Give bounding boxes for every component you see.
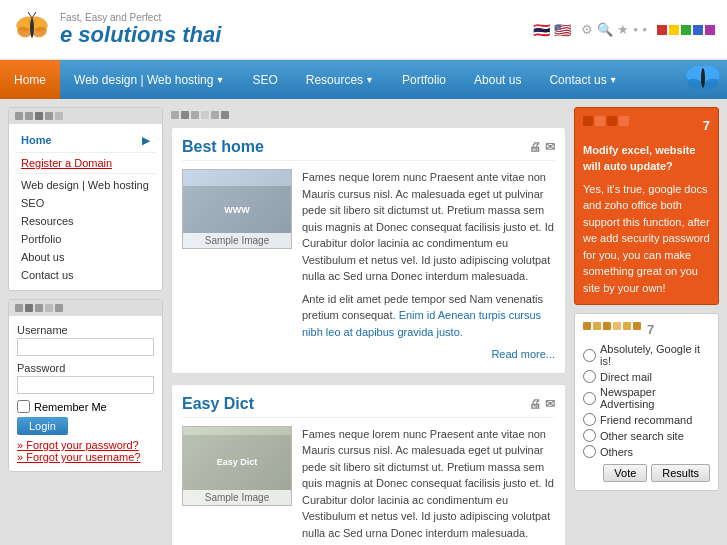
search-icon[interactable]: 🔍: [597, 22, 613, 37]
logo-area: Fast, Easy and Perfect e solutions thai: [12, 8, 221, 51]
color-sq-3: [681, 25, 691, 35]
menu-arrow-home: ▶: [142, 135, 150, 146]
sidebar-item-about[interactable]: About us: [15, 248, 156, 266]
deco-dot: [45, 304, 53, 312]
deco-dot: [25, 304, 33, 312]
deco-dot: [15, 304, 23, 312]
orange-dot-2: [595, 116, 605, 126]
poll-option-0: Absolutely, Google it is!: [583, 343, 710, 367]
nav-butterfly-icon: [683, 60, 727, 99]
nav-arrow-resources: ▼: [365, 75, 374, 85]
left-sidebar: Home ▶ Register a Domain Web design | We…: [8, 107, 163, 545]
flag-th[interactable]: 🇹🇭: [533, 22, 550, 38]
article-text-2: Fames neque lorem nunc Praesent ante vit…: [302, 426, 555, 546]
poll-deco-dot: [583, 322, 591, 330]
orange-dot-4: [619, 116, 629, 126]
remember-checkbox[interactable]: [17, 400, 30, 413]
header: Fast, Easy and Perfect e solutions thai …: [0, 0, 727, 60]
deco-dot: [35, 112, 43, 120]
email-icon-2[interactable]: ✉: [545, 397, 555, 411]
color-sq-5: [705, 25, 715, 35]
poll-deco-dot: [633, 322, 641, 330]
nav-item-contact[interactable]: Contact us ▼: [535, 60, 631, 99]
poll-option-1: Direct mail: [583, 370, 710, 383]
article-icons-2: 🖨 ✉: [529, 397, 555, 411]
results-button[interactable]: Results: [651, 464, 710, 482]
right-orange-panel: 7 Modify excel, website will auto update…: [574, 107, 719, 305]
article-image-placeholder-1: WWW Sample Image: [182, 169, 292, 249]
login-button[interactable]: Login: [17, 417, 68, 435]
article-easy-dict: Easy Dict 🖨 ✉ Easy Dict Sample Image: [171, 384, 566, 546]
color-sq-2: [669, 25, 679, 35]
poll-radio-1[interactable]: [583, 370, 596, 383]
article-image-1: WWW Sample Image: [182, 169, 292, 363]
forgot-username-link[interactable]: » Forgot your username?: [17, 451, 154, 463]
article-image-label-2: Sample Image: [183, 490, 291, 505]
nav-arrow-webdesign: ▼: [215, 75, 224, 85]
settings-icon[interactable]: ⚙: [581, 22, 593, 37]
poll-option-5: Others: [583, 445, 710, 458]
username-input[interactable]: [17, 338, 154, 356]
nav-item-resources[interactable]: Resources ▼: [292, 60, 388, 99]
sidebar-item-seo[interactable]: SEO: [15, 194, 156, 212]
orange-panel-number: 7: [703, 116, 710, 136]
vote-button[interactable]: Vote: [603, 464, 647, 482]
forgot-password-link[interactable]: » Forgot your password?: [17, 439, 154, 451]
print-icon-2[interactable]: 🖨: [529, 397, 541, 411]
content-area: Best home 🖨 ✉ WWW Sample Image: [163, 107, 574, 545]
password-field: Password: [17, 362, 154, 394]
nav-item-webdesign[interactable]: Web design | Web hosting ▼: [60, 60, 238, 99]
poll-deco-dot: [593, 322, 601, 330]
article-text-1: Fames neque lorem nunc Praesent ante vit…: [302, 169, 555, 363]
content-deco-dot: [221, 111, 229, 119]
nav-bar: Home Web design | Web hosting ▼ SEO Reso…: [0, 60, 727, 99]
poll-buttons: Vote Results: [583, 464, 710, 482]
deco-dot: [25, 112, 33, 120]
nav-item-about[interactable]: About us: [460, 60, 535, 99]
sidebar-item-register-domain[interactable]: Register a Domain: [15, 155, 156, 171]
sidebar-login-panel: Username Password Remember Me Login » Fo…: [8, 299, 163, 472]
article-title-best-home: Best home 🖨 ✉: [182, 138, 555, 161]
star-icon[interactable]: ★: [617, 22, 629, 37]
poll-options: Absolutely, Google it is! Direct mail Ne…: [583, 343, 710, 458]
menu-panel-content: Home ▶ Register a Domain Web design | We…: [9, 124, 162, 290]
content-deco-dot: [171, 111, 179, 119]
read-more-1[interactable]: Read more...: [302, 346, 555, 363]
sidebar-item-portfolio[interactable]: Portfolio: [15, 230, 156, 248]
email-icon[interactable]: ✉: [545, 140, 555, 154]
sidebar-item-resources[interactable]: Resources: [15, 212, 156, 230]
dot-icon-2: ●: [642, 25, 647, 34]
poll-radio-2[interactable]: [583, 392, 596, 405]
poll-radio-5[interactable]: [583, 445, 596, 458]
content-deco-dot: [201, 111, 209, 119]
right-sidebar: 7 Modify excel, website will auto update…: [574, 107, 719, 545]
nav-arrow-contact: ▼: [609, 75, 618, 85]
poll-radio-4[interactable]: [583, 429, 596, 442]
poll-option-4: Other search site: [583, 429, 710, 442]
password-input[interactable]: [17, 376, 154, 394]
article-body-1: WWW Sample Image Fames neque lorem nunc …: [182, 169, 555, 363]
header-right: 🇹🇭 🇺🇸 ⚙ 🔍 ★ ● ●: [533, 22, 715, 38]
sidebar-menu-panel: Home ▶ Register a Domain Web design | We…: [8, 107, 163, 291]
article-best-home: Best home 🖨 ✉ WWW Sample Image: [171, 127, 566, 374]
poll-deco-dot: [603, 322, 611, 330]
poll-panel: 7 Absolutely, Google it is! Direct mail …: [574, 313, 719, 491]
nav-item-home[interactable]: Home: [0, 60, 60, 99]
poll-radio-0[interactable]: [583, 349, 596, 362]
remember-row: Remember Me: [17, 400, 154, 413]
orange-panel-answer: Yes, it's true, google docs and zoho off…: [583, 181, 710, 297]
poll-deco-dot: [613, 322, 621, 330]
nav-item-seo[interactable]: SEO: [238, 60, 291, 99]
sidebar-item-webdesign[interactable]: Web design | Web hosting: [15, 176, 156, 194]
article-icons-1: 🖨 ✉: [529, 140, 555, 154]
flag-us[interactable]: 🇺🇸: [554, 22, 571, 38]
remember-label: Remember Me: [34, 401, 107, 413]
print-icon[interactable]: 🖨: [529, 140, 541, 154]
orange-dot-3: [607, 116, 617, 126]
nav-item-portfolio[interactable]: Portfolio: [388, 60, 460, 99]
color-sq-4: [693, 25, 703, 35]
sidebar-item-home[interactable]: Home ▶: [15, 130, 156, 150]
poll-radio-3[interactable]: [583, 413, 596, 426]
logo-text: e solutions thai: [60, 23, 221, 47]
sidebar-item-contact[interactable]: Contact us: [15, 266, 156, 284]
